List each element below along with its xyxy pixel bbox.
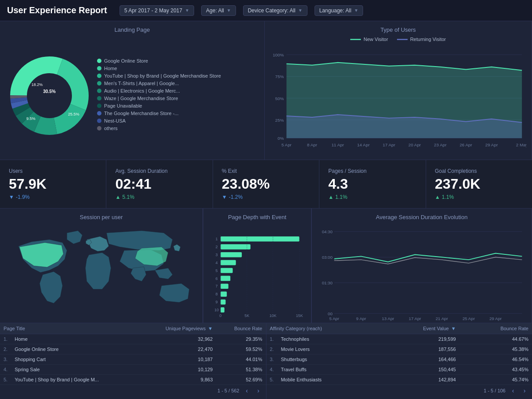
world-map [5, 224, 197, 317]
chevron-down-icon: ▼ [298, 8, 303, 13]
legend-item: Google Online Store [97, 58, 259, 63]
svg-text:15K: 15K [296, 313, 303, 318]
page-depth-panel: Page Depth with Event 1 2 3 4 5 6 7 8 9 … [203, 209, 311, 323]
device-filter[interactable]: Device Category: All ▼ [243, 5, 307, 16]
svg-text:25 Apr: 25 Apr [462, 316, 475, 321]
svg-text:13 Apr: 13 Apr [382, 316, 395, 321]
col-event-value: Event Value ▼ [377, 323, 459, 334]
session-per-user-panel: Session per user [0, 209, 203, 323]
landing-legend: Google Online Store Home YouTube | Shop … [94, 58, 259, 133]
metric-value: 23.08% [222, 176, 310, 192]
arrow-up-icon: ▲ [328, 194, 333, 200]
type-of-users-title: Type of Users [270, 26, 526, 33]
svg-text:11 Apr: 11 Apr [331, 142, 344, 147]
metric-users: Users 57.9K ▼ -1.9% [0, 160, 106, 208]
metric-label: % Exit [222, 168, 310, 174]
svg-text:23 Apr: 23 Apr [434, 142, 447, 147]
metric-goal-completions: Goal Completions 237.0K ▲ 1.1% [426, 160, 532, 208]
svg-text:21 Apr: 21 Apr [436, 316, 449, 321]
metric-value: 02:41 [115, 176, 203, 192]
chevron-down-icon: ▼ [227, 8, 231, 13]
avg-session-title: Average Session Duration Evolution [317, 214, 526, 220]
metric-change: ▼ -1.9% [9, 194, 97, 200]
table-row: 4. Travel Buffs 150,445 43.45% [266, 365, 532, 375]
svg-text:29 Apr: 29 Apr [489, 316, 502, 321]
page-depth-title: Page Depth with Event [209, 214, 306, 220]
svg-text:29 Apr: 29 Apr [485, 142, 498, 147]
svg-rect-48 [221, 244, 251, 250]
col-page-title: Page Title [0, 323, 140, 334]
svg-text:7: 7 [215, 284, 217, 288]
arrow-up-icon: ▲ [115, 194, 120, 200]
svg-text:9: 9 [215, 300, 217, 304]
svg-text:8: 8 [215, 292, 217, 296]
arrow-down-icon: ▼ [9, 194, 14, 200]
session-per-user-title: Session per user [5, 214, 197, 220]
sort-icon: ▼ [451, 326, 456, 331]
svg-text:10K: 10K [270, 313, 277, 318]
svg-text:0%: 0% [277, 136, 284, 141]
language-filter[interactable]: Language: All ▼ [315, 5, 363, 16]
svg-text:3: 3 [215, 253, 217, 257]
right-table-pagination: 1 - 5 / 106 ‹ › [266, 385, 532, 396]
sort-icon: ▼ [208, 326, 213, 331]
svg-rect-55 [221, 299, 226, 305]
left-table-pagination: 1 - 5 / 562 ‹ › [0, 385, 266, 396]
left-table: Page Title Unique Pageviews ▼ Bounce Rat… [0, 323, 266, 385]
svg-rect-49 [221, 252, 242, 257]
svg-text:04:30: 04:30 [322, 229, 333, 234]
metric-change: ▲ 5.1% [115, 194, 203, 200]
date-range-filter[interactable]: 5 Apr 2017 - 2 May 2017 ▼ [120, 5, 194, 16]
svg-text:9 Apr: 9 Apr [356, 316, 366, 321]
metric-change: ▲ 1.1% [435, 194, 523, 200]
svg-text:2 May: 2 May [516, 142, 526, 147]
header: User Experience Report 5 Apr 2017 - 2 Ma… [0, 0, 532, 21]
svg-text:01:30: 01:30 [322, 280, 333, 285]
next-page-button[interactable]: › [255, 387, 262, 395]
age-filter[interactable]: Age: All ▼ [201, 5, 236, 16]
table-row: 3. Shopping Cart 10,187 44.01% [0, 354, 266, 365]
legend-item: Waze | Google Merchandise Store [97, 96, 259, 101]
metric-label: Goal Completions [435, 168, 523, 174]
metric-value: 4.3 [328, 176, 416, 192]
svg-text:10: 10 [214, 308, 219, 312]
prev-page-button[interactable]: ‹ [243, 387, 251, 395]
svg-rect-47 [221, 236, 300, 242]
col-bounce-rate-right: Bounce Rate [459, 323, 532, 334]
svg-rect-56 [221, 307, 225, 313]
col-unique-pageviews: Unique Pageviews ▼ [140, 323, 217, 334]
users-legend: New Visitor Returning Visitor [270, 37, 526, 42]
svg-text:5 Apr: 5 Apr [329, 316, 339, 321]
metric-session-duration: Avg. Session Duration 02:41 ▲ 5.1% [106, 160, 213, 208]
metric-pages-session: Pages / Session 4.3 ▲ 1.1% [319, 160, 426, 208]
svg-text:9.5%: 9.5% [26, 116, 36, 121]
svg-point-10 [27, 74, 71, 118]
landing-page-panel: Landing Page [0, 21, 265, 160]
svg-rect-52 [221, 276, 230, 281]
svg-rect-54 [221, 291, 227, 297]
legend-item: Nest-USA [97, 118, 259, 123]
metric-change: ▼ -1.2% [222, 194, 310, 200]
new-visitor-legend: New Visitor [350, 37, 388, 42]
svg-text:6: 6 [215, 276, 217, 281]
landing-content: 30.5% 25.5% 9.5% 18.2% Google Online Sto… [5, 37, 259, 154]
metric-label: Pages / Session [328, 168, 416, 174]
svg-text:1: 1 [215, 237, 217, 241]
svg-text:5: 5 [215, 268, 217, 273]
metric-value: 57.9K [9, 176, 97, 192]
page-title: User Experience Report [7, 5, 107, 15]
svg-text:100%: 100% [273, 52, 284, 57]
type-of-users-panel: Type of Users New Visitor Returning Visi… [265, 21, 532, 160]
table-row: 5. YouTube | Shop by Brand | Google M...… [0, 375, 266, 385]
svg-text:8 Apr: 8 Apr [307, 142, 318, 147]
left-table-panel: Page Title Unique Pageviews ▼ Bounce Rat… [0, 323, 266, 399]
next-page-button[interactable]: › [521, 387, 528, 395]
svg-text:17 Apr: 17 Apr [409, 316, 422, 321]
prev-page-button[interactable]: ‹ [509, 387, 517, 395]
svg-text:03:00: 03:00 [322, 255, 333, 260]
legend-item: Audio | Electronics | Google Merc... [97, 88, 259, 93]
svg-text:26 Apr: 26 Apr [460, 142, 472, 147]
right-table-panel: Affinity Category (reach) Event Value ▼ … [266, 323, 532, 399]
svg-text:2: 2 [215, 245, 217, 249]
metrics-row: Users 57.9K ▼ -1.9% Avg. Session Duratio… [0, 160, 532, 209]
